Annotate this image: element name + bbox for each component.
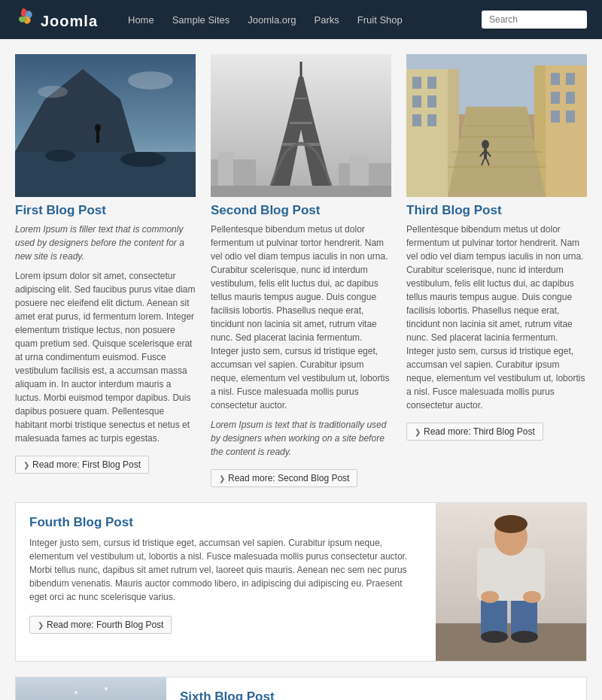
- second-read-more-label: Read more: Second Blog Post: [228, 473, 349, 483]
- svg-rect-22: [218, 152, 233, 186]
- chevron-right-icon: ❯: [23, 461, 29, 469]
- svg-point-9: [128, 71, 173, 89]
- svg-point-64: [523, 591, 541, 603]
- fourth-read-more-label: Read more: Fourth Blog Post: [47, 620, 163, 630]
- svg-point-58: [481, 631, 508, 643]
- fourth-post-image: [436, 503, 586, 661]
- chevron-right-icon: ❯: [38, 621, 44, 629]
- chevron-right-icon: ❯: [219, 474, 225, 483]
- svg-rect-65: [16, 677, 166, 700]
- svg-rect-39: [551, 92, 560, 104]
- third-post-title: Third Blog Post: [406, 203, 587, 218]
- svg-rect-18: [290, 122, 312, 124]
- svg-rect-29: [412, 77, 421, 89]
- nav-fruit-shop[interactable]: Fruit Shop: [350, 10, 410, 30]
- top-three-posts: First Blog Post Lorem Ipsum is filler te…: [15, 54, 587, 487]
- svg-point-63: [481, 591, 499, 603]
- first-post-title: First Blog Post: [15, 203, 196, 218]
- svg-rect-34: [427, 114, 436, 126]
- fourth-blog-card: Fourth Blog Post Integer justo sem, curs…: [15, 502, 587, 662]
- svg-text:Joomla!: Joomla!: [41, 13, 98, 29]
- svg-rect-30: [427, 77, 436, 89]
- svg-point-67: [74, 691, 78, 694]
- fourth-read-more[interactable]: ❯ Read more: Fourth Blog Post: [29, 616, 172, 634]
- nav-home[interactable]: Home: [120, 10, 162, 30]
- joomla-logo: Joomla!: [15, 6, 98, 33]
- svg-rect-38: [566, 73, 575, 85]
- third-read-more[interactable]: ❯ Read more: Third Blog Post: [406, 423, 543, 441]
- svg-point-8: [120, 152, 166, 167]
- svg-rect-42: [566, 111, 575, 123]
- first-blog-card: First Blog Post Lorem Ipsum is filler te…: [15, 54, 196, 487]
- fourth-post-title: Fourth Blog Post: [29, 515, 422, 530]
- svg-point-71: [105, 687, 108, 690]
- first-post-image: [15, 54, 196, 197]
- sixth-blog-content: Sixth Blog Post Pellentesque bibendum me…: [166, 677, 586, 700]
- search-box: [482, 11, 587, 29]
- svg-rect-37: [551, 73, 560, 85]
- svg-rect-19: [295, 98, 307, 99]
- nav-links: Home Sample Sites Joomla.org Parks Fruit…: [120, 10, 482, 30]
- second-blog-card: Second Blog Post Pellentesque bibendum m…: [211, 54, 391, 487]
- nav-sample-sites[interactable]: Sample Sites: [165, 10, 238, 30]
- second-read-more[interactable]: ❯ Read more: Second Blog Post: [211, 469, 357, 487]
- third-read-more-label: Read more: Third Blog Post: [424, 426, 535, 437]
- svg-point-10: [38, 86, 68, 98]
- svg-rect-41: [551, 111, 560, 123]
- first-read-more[interactable]: ❯ Read more: First Blog Post: [15, 456, 149, 474]
- navbar: Joomla! Home Sample Sites Joomla.org Par…: [0, 0, 602, 39]
- first-read-more-label: Read more: First Blog Post: [32, 459, 141, 470]
- fourth-blog-content: Fourth Blog Post Integer justo sem, curs…: [16, 503, 436, 661]
- svg-rect-40: [566, 92, 575, 104]
- main-content: First Blog Post Lorem Ipsum is filler te…: [8, 39, 594, 700]
- svg-rect-31: [412, 95, 421, 108]
- sixth-post-image: [16, 677, 166, 700]
- svg-rect-20: [211, 186, 391, 197]
- fourth-post-body: Integer justo sem, cursus id tristique e…: [29, 536, 422, 604]
- second-post-title: Second Blog Post: [211, 203, 391, 218]
- svg-rect-32: [427, 95, 436, 108]
- second-post-italic-end: Lorem Ipsum is text that is traditionall…: [211, 418, 391, 459]
- svg-rect-36: [546, 65, 587, 197]
- third-post-image: [406, 54, 587, 197]
- nav-joomla-org[interactable]: Joomla.org: [240, 10, 303, 30]
- svg-point-48: [482, 140, 489, 149]
- sixth-post-title: Sixth Blog Post: [180, 689, 573, 700]
- svg-rect-24: [350, 156, 369, 186]
- second-post-body: Pellentesque bibendum metus ut dolor fer…: [211, 223, 391, 412]
- svg-point-6: [95, 124, 101, 132]
- nav-parks[interactable]: Parks: [307, 10, 347, 30]
- chevron-right-icon: ❯: [415, 428, 421, 436]
- svg-rect-2: [15, 152, 196, 197]
- svg-point-62: [494, 515, 528, 533]
- first-post-intro: Lorem Ipsum is filler text that is commo…: [15, 223, 196, 263]
- svg-point-7: [45, 150, 75, 162]
- first-post-body: Lorem ipsum dolor sit amet, consectetur …: [15, 269, 196, 445]
- third-post-body: Pellentesque bibendum metus ut dolor fer…: [406, 223, 587, 412]
- sixth-blog-card: Sixth Blog Post Pellentesque bibendum me…: [15, 677, 587, 700]
- svg-rect-49: [484, 149, 487, 159]
- search-input[interactable]: [482, 11, 587, 29]
- third-blog-card: Third Blog Post Pellentesque bibendum me…: [406, 54, 587, 487]
- svg-point-59: [511, 631, 538, 643]
- brand: Joomla!: [15, 6, 98, 33]
- second-post-image: [211, 54, 391, 197]
- svg-rect-33: [412, 114, 421, 126]
